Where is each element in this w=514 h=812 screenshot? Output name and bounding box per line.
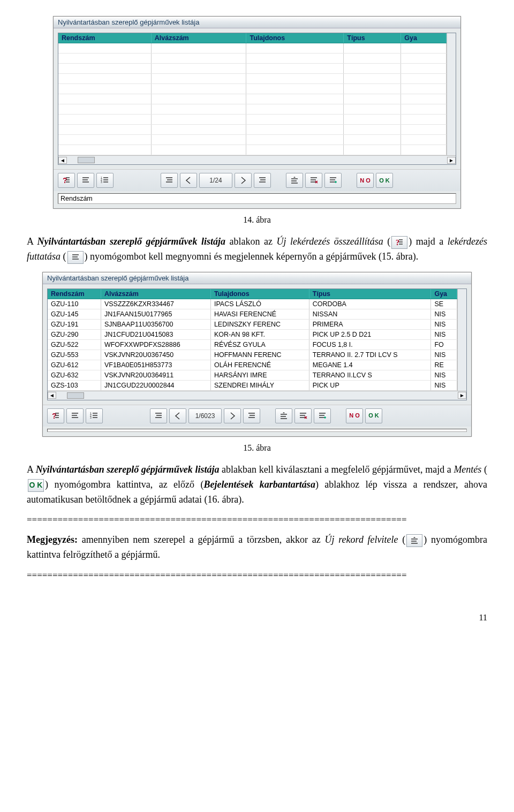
table-row[interactable] xyxy=(58,135,447,145)
align-right-button[interactable] xyxy=(243,408,260,423)
vehicle-list-window-empty: Nyilvántartásban szereplő gépjárművek li… xyxy=(53,16,461,209)
table-row[interactable] xyxy=(58,64,447,74)
new-query-icon xyxy=(391,236,407,249)
column-header[interactable]: Típus xyxy=(344,33,401,43)
column-header[interactable]: Gya xyxy=(401,33,447,43)
delete-record-button[interactable] xyxy=(305,173,322,188)
table-row[interactable]: GZU-612VF1BA0E051H853773OLÁH FERENCNÉMEG… xyxy=(48,360,457,370)
table-row[interactable] xyxy=(58,74,447,84)
table-row[interactable]: GZU-553VSKJVNR20U0367450HOFFMANN FERENCT… xyxy=(48,350,457,360)
prev-record-button[interactable] xyxy=(169,408,186,423)
ok-icon: O K xyxy=(28,479,44,492)
separator-line: ========================================… xyxy=(27,570,487,581)
note-paragraph: Megjegyzés: amennyiben nem szerepel a gé… xyxy=(27,533,487,563)
footer-field[interactable] xyxy=(47,429,467,432)
next-record-button[interactable] xyxy=(235,173,252,188)
vehicle-list-window-filled: Nyilvántartásban szereplő gépjárművek li… xyxy=(42,272,472,437)
table-row[interactable]: GZU-290JN1CFUD21U0415083KOR-AN 98 KFT.PI… xyxy=(48,329,457,339)
table-row[interactable] xyxy=(58,94,447,104)
record-counter: 1/6023 xyxy=(188,408,222,423)
delete-record-button[interactable] xyxy=(294,408,312,423)
new-query-button[interactable] xyxy=(47,408,64,423)
column-header[interactable]: Tulajdonos xyxy=(210,289,309,299)
run-query-icon xyxy=(67,251,84,264)
paragraph-1: A Nyilvántartásban szereplő gépjárművek … xyxy=(27,234,487,264)
table-row[interactable] xyxy=(58,54,447,64)
separator-line: ========================================… xyxy=(27,514,487,525)
window-title: Nyilvántartásban szereplő gépjárművek li… xyxy=(54,17,460,28)
table-row[interactable] xyxy=(58,104,447,115)
table-row[interactable] xyxy=(58,84,447,94)
list-button[interactable] xyxy=(86,408,103,423)
table-row[interactable]: GZU-145JN1FAAN15U0177965HAVASI FERENCNÉN… xyxy=(48,309,457,319)
table-row[interactable] xyxy=(58,145,447,155)
column-header[interactable]: Tulajdonos xyxy=(246,33,344,43)
vehicle-table[interactable]: RendszámAlvázszámTulajdonosTípusGya GZU-… xyxy=(48,289,457,391)
cancel-button[interactable]: N O xyxy=(346,408,363,423)
new-query-button[interactable] xyxy=(58,173,75,188)
new-record-button[interactable] xyxy=(275,408,292,423)
table-row[interactable] xyxy=(58,43,447,54)
save-button[interactable]: O K xyxy=(365,408,382,423)
figure-caption-15: 15. ábra xyxy=(27,443,487,453)
table-row[interactable]: GZU-632VSKJVNR20U0364911HARSÁNYI IMRETER… xyxy=(48,370,457,380)
column-header[interactable]: Alvázszám xyxy=(151,33,246,43)
column-header[interactable]: Rendszám xyxy=(58,33,151,43)
table-row[interactable]: GZS-103JN1CGUD22U0002844SZENDREI MIHÁLYP… xyxy=(48,380,457,390)
footer-field[interactable]: Rendszám xyxy=(58,193,456,204)
table-row[interactable] xyxy=(58,115,447,125)
prev-record-button[interactable] xyxy=(180,173,197,188)
column-header[interactable]: Típus xyxy=(309,289,431,299)
align-left-button[interactable] xyxy=(161,173,178,188)
table-row[interactable]: GZU-522WFOFXXWPDFXS28886RÉVÉSZ GYULAFOCU… xyxy=(48,339,457,350)
run-query-button[interactable] xyxy=(66,408,84,423)
next-record-button[interactable] xyxy=(224,408,241,423)
insert-record-button[interactable] xyxy=(324,173,342,188)
horizontal-scrollbar[interactable]: ◄ ► xyxy=(48,391,466,400)
toolbar: 1/6023 N O O K xyxy=(43,405,471,427)
column-header[interactable]: Gya xyxy=(431,289,457,299)
new-record-icon xyxy=(406,534,422,547)
vertical-scrollbar[interactable] xyxy=(447,33,456,155)
run-query-button[interactable] xyxy=(77,173,94,188)
vertical-scrollbar[interactable] xyxy=(457,289,466,391)
table-row[interactable]: GZU-191SJNBAAP11U0356700LEDINSZKY FERENC… xyxy=(48,319,457,329)
list-button[interactable] xyxy=(96,173,114,188)
toolbar: 1/24 N O O K xyxy=(54,169,460,191)
table-row[interactable] xyxy=(58,125,447,135)
column-header[interactable]: Alvázszám xyxy=(101,289,210,299)
column-header[interactable]: Rendszám xyxy=(48,289,101,299)
table-row[interactable]: GZU-110VSSZZZ6KZXR334467IPACS LÁSZLÓCORD… xyxy=(48,299,457,309)
record-counter: 1/24 xyxy=(199,173,232,188)
insert-record-button[interactable] xyxy=(314,408,331,423)
align-right-button[interactable] xyxy=(254,173,271,188)
page-number: 11 xyxy=(27,613,487,623)
save-button[interactable]: O K xyxy=(376,173,393,188)
align-left-button[interactable] xyxy=(150,408,167,423)
horizontal-scrollbar[interactable]: ◄ ► xyxy=(58,155,456,164)
cancel-button[interactable]: N O xyxy=(357,173,374,188)
figure-caption-14: 14. ábra xyxy=(27,215,487,225)
new-record-button[interactable] xyxy=(286,173,303,188)
paragraph-2: A Nyilvántartásban szereplő gépjárművek … xyxy=(27,462,487,507)
vehicle-table-empty: RendszámAlvázszámTulajdonosTípusGya xyxy=(58,33,447,155)
window-title: Nyilvántartásban szereplő gépjárművek li… xyxy=(43,272,471,284)
